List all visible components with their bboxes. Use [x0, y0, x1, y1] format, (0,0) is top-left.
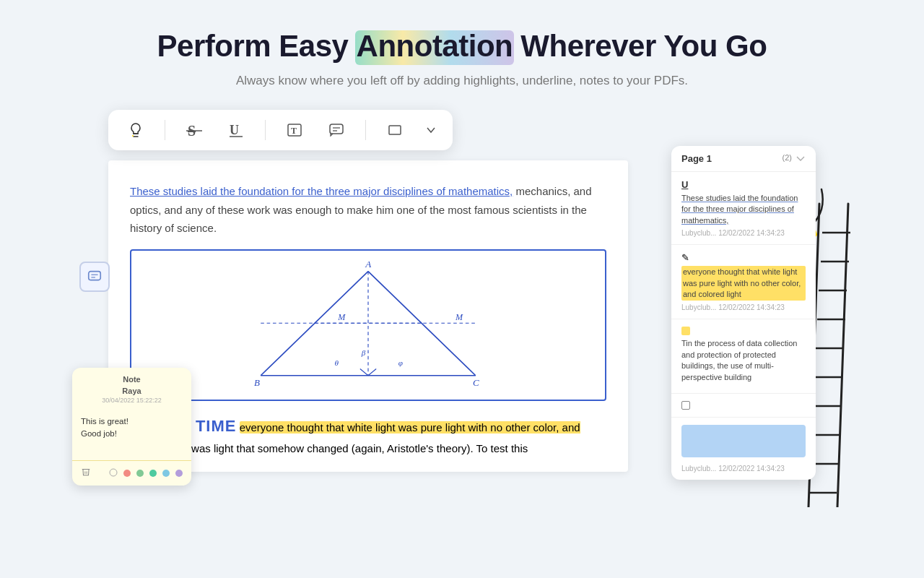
note-annotation-icon: ✎	[681, 252, 689, 263]
color-dot-green[interactable]	[136, 470, 144, 477]
color-dot-red[interactable]	[123, 470, 131, 477]
rectangle-icon	[386, 121, 404, 139]
main-title: Perform Easy Annotation Wherever You Go	[157, 29, 767, 64]
svg-text:θ: θ	[335, 358, 339, 366]
annotation-yellow-text: Tin the process of data collection and p…	[681, 338, 806, 383]
annotation-meta-2: Lubyclub... 12/02/2022 14:34:23	[681, 303, 806, 311]
delete-icon[interactable]	[81, 467, 91, 480]
annotation-checkbox[interactable]	[681, 401, 690, 410]
main-content-area: S U T	[65, 110, 859, 529]
annotation-bottom-meta: Lubyclub... 12/02/2022 14:34:23	[671, 465, 816, 480]
at-the-time-section: AT THE TIME everyone thought that white …	[130, 413, 606, 458]
panel-header: Page 1 (2)	[671, 146, 816, 172]
svg-text:φ: φ	[398, 358, 403, 366]
underline-icon: U	[227, 121, 245, 139]
note-line-2: Good job!	[81, 428, 183, 440]
comment-icon	[328, 121, 345, 139]
annotation-checkbox-item	[671, 394, 816, 418]
textbox-icon: T	[286, 121, 303, 139]
geometry-diagram: A B C M M β θ φ	[130, 249, 606, 401]
pdf-text-block: These studies laid the foundation for th…	[130, 182, 606, 238]
highlight-tool-button[interactable]	[123, 117, 149, 143]
geometry-svg: A B C M M β θ φ	[139, 258, 598, 392]
page-header: Perform Easy Annotation Wherever You Go …	[157, 0, 767, 88]
pdf-highlighted-text: These studies laid the foundation for th…	[130, 185, 513, 197]
svg-text:U: U	[230, 123, 239, 137]
annotation-toolbar: S U T	[108, 110, 453, 150]
svg-text:B: B	[254, 376, 260, 387]
textbox-tool-button[interactable]: T	[282, 117, 308, 143]
annotation-item-underline: U These studies laid the foundation for …	[671, 172, 816, 245]
underline-tool-button[interactable]: U	[223, 117, 249, 143]
note-card-author: Raya	[72, 387, 191, 397]
title-annotation-word: Annotation	[357, 29, 513, 64]
annotation-item-note: ✎ everyone thought that white light was …	[671, 245, 816, 319]
svg-text:T: T	[291, 126, 297, 136]
panel-title: Page 1	[681, 153, 712, 164]
annotation-highlight-text: everyone thought that white light was pu…	[681, 266, 806, 301]
svg-point-30	[110, 469, 117, 476]
svg-point-0	[132, 135, 134, 137]
note-card: Note Raya 30/04/2022 15:22:22 This is gr…	[72, 368, 191, 486]
svg-line-44	[837, 204, 848, 507]
subtitle: Always know where you left off by adding…	[157, 74, 767, 88]
color-circle-icon[interactable]	[109, 467, 118, 480]
note-line-1: This is great!	[81, 415, 183, 428]
dropdown-small-icon	[796, 154, 806, 164]
dropdown-button[interactable]	[424, 117, 438, 143]
strikethrough-icon: S	[186, 121, 203, 139]
color-dot-blue[interactable]	[162, 470, 170, 477]
svg-text:β: β	[361, 348, 366, 356]
comment-bubble-icon[interactable]	[79, 262, 110, 292]
svg-text:A: A	[365, 259, 371, 269]
chevron-down-icon	[426, 125, 436, 135]
svg-line-25	[360, 368, 368, 375]
comment-tool-button[interactable]	[323, 117, 349, 143]
at-text-2: was light that somehow changed (again, A…	[191, 442, 528, 454]
color-dot-teal[interactable]	[149, 470, 157, 477]
svg-rect-27	[89, 272, 101, 280]
toolbar-separator-1	[165, 120, 165, 140]
svg-text:M: M	[455, 311, 463, 322]
panel-count: (2)	[782, 153, 806, 163]
annotation-underline-text: These studies laid the foundation for th…	[681, 193, 806, 226]
svg-rect-10	[389, 126, 401, 134]
color-dot-purple[interactable]	[175, 470, 183, 477]
svg-line-26	[368, 368, 376, 375]
toolbar-separator-3	[365, 120, 366, 140]
strikethrough-tool-button[interactable]: S	[181, 117, 207, 143]
annotations-panel: Page 1 (2) U These studies laid the foun…	[671, 146, 816, 480]
lamp-icon	[127, 121, 144, 139]
comment-bubble-svg	[87, 269, 103, 285]
annotation-blue-rect	[671, 425, 816, 457]
svg-text:C: C	[473, 376, 479, 387]
svg-rect-7	[330, 124, 343, 134]
rectangle-tool-button[interactable]	[382, 117, 408, 143]
annotation-meta-1: Lubyclub... 12/02/2022 14:34:23	[681, 229, 806, 237]
note-card-footer	[72, 460, 191, 486]
color-selector	[109, 467, 183, 480]
yellow-square-icon	[681, 327, 690, 335]
note-card-title: Note	[72, 368, 191, 387]
annotation-item-yellow-note: Tin the process of data collection and p…	[671, 319, 816, 394]
svg-text:M: M	[337, 311, 346, 322]
note-card-date: 30/04/2022 15:22:22	[72, 397, 191, 410]
note-card-body: This is great! Good job!	[72, 410, 191, 460]
underline-annotation-icon: U	[681, 179, 688, 190]
toolbar-separator-2	[265, 120, 266, 140]
